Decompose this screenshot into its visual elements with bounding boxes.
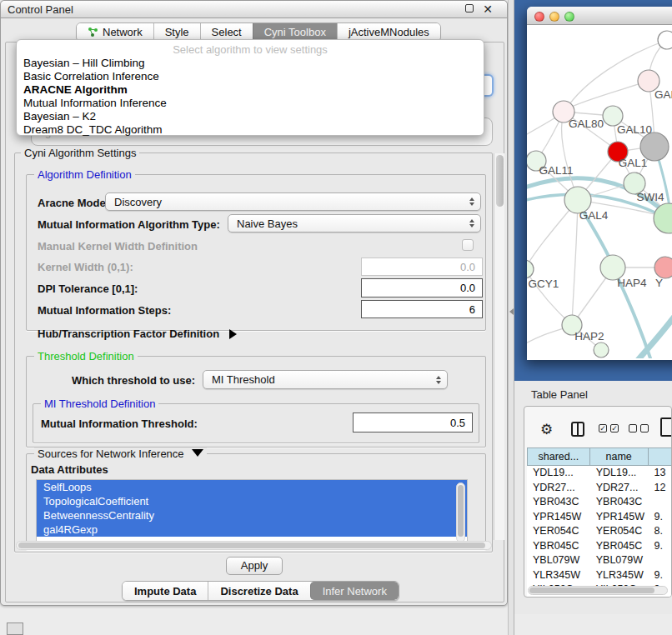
split-columns-icon[interactable] bbox=[571, 422, 584, 437]
table-cell: YBR043C bbox=[527, 495, 590, 510]
dpi-tolerance-field[interactable]: 0.0 bbox=[361, 278, 483, 298]
table-row[interactable]: YER054CYER054C8. bbox=[527, 524, 672, 539]
table-cell bbox=[649, 553, 672, 568]
algorithm-option[interactable]: ARACNE Algorithm bbox=[17, 83, 484, 97]
settings-horizontal-scrollbar[interactable] bbox=[16, 541, 492, 550]
kernel-width-field[interactable]: 0.0 bbox=[361, 258, 483, 276]
table-cell: YBR043C bbox=[590, 495, 649, 510]
algorithm-dropdown-popup: Select algorithm to view settings Bayesi… bbox=[16, 39, 484, 136]
settings-vertical-scrollbar[interactable] bbox=[494, 153, 504, 540]
manual-kernel-checkbox[interactable] bbox=[462, 239, 474, 251]
mac-close-icon[interactable] bbox=[534, 12, 544, 22]
data-attributes-list[interactable]: SelfLoopsTopologicalCoefficientBetweenne… bbox=[36, 479, 468, 549]
tab-network[interactable]: Network bbox=[77, 23, 153, 41]
which-threshold-combo[interactable]: MI Threshold bbox=[203, 370, 448, 389]
panel-splitter[interactable] bbox=[508, 0, 514, 635]
table-cell: 8. bbox=[649, 524, 672, 539]
select-all-icon[interactable]: ✓✓ bbox=[599, 424, 619, 432]
table-panel-title: Table Panel bbox=[531, 388, 588, 401]
gear-icon[interactable]: ⚙ bbox=[540, 421, 553, 438]
table-row[interactable]: YDR27...YDR27...12 bbox=[527, 481, 672, 496]
tab-select[interactable]: Select bbox=[200, 23, 253, 41]
which-threshold-label: Which threshold to use: bbox=[72, 374, 195, 387]
table-panel-body: ⚙ ✓✓ shared...name YDL19...YDL19...13YDR… bbox=[524, 406, 672, 598]
column-header-shared...[interactable]: shared... bbox=[527, 448, 590, 466]
table-cell: 9. bbox=[649, 568, 672, 583]
table-cell: YPR145W bbox=[590, 510, 649, 525]
float-window-icon[interactable] bbox=[465, 4, 474, 12]
mi-threshold-label: Mutual Information Threshold: bbox=[41, 418, 198, 430]
tab-infer-network[interactable]: Infer Network bbox=[310, 582, 399, 600]
network-node-gcy1[interactable] bbox=[527, 260, 534, 278]
mac-minimize-icon[interactable] bbox=[549, 12, 559, 22]
chevron-right-icon bbox=[229, 329, 237, 339]
control-panel-window: Control Panel ✕ NetworkStyleSelectCyni T… bbox=[0, 0, 508, 606]
control-panel-titlebar[interactable]: Control Panel ✕ bbox=[1, 1, 507, 18]
network-node[interactable] bbox=[594, 342, 609, 358]
table-row[interactable]: YBL079WYBL079W bbox=[527, 553, 672, 568]
node-table[interactable]: shared...name YDL19...YDL19...13YDR27...… bbox=[527, 448, 672, 598]
collapse-arrow-icon[interactable] bbox=[509, 308, 514, 315]
table-cell: YPR145W bbox=[527, 510, 590, 525]
mac-zoom-icon[interactable] bbox=[564, 12, 574, 22]
algorithm-option[interactable]: Basic Correlation Inference bbox=[17, 70, 484, 83]
data-attribute-item[interactable]: BetweennessCentrality bbox=[37, 508, 467, 522]
algorithm-dropdown-items: Bayesian – Hill ClimbingBasic Correlatio… bbox=[17, 57, 484, 137]
cyni-settings-group-title: Cyni Algorithm Settings bbox=[21, 147, 139, 159]
data-attribute-item[interactable]: gal4RGexp bbox=[37, 522, 467, 537]
mi-type-combo[interactable]: Naive Bayes bbox=[228, 214, 481, 232]
algorithm-option[interactable]: Bayesian – K2 bbox=[17, 110, 484, 123]
table-row[interactable]: YPR145WYPR145W9. bbox=[527, 510, 672, 525]
collapsed-panel-button[interactable] bbox=[7, 622, 23, 635]
tab-cyni-toolbox[interactable]: Cyni Toolbox bbox=[253, 23, 337, 41]
hub-definition-toggle[interactable]: Hub/Transcription Factor Definition bbox=[38, 328, 237, 340]
network-view-window[interactable]: GALGAL80GAL10GAL1GAL11SWI4GAL4GCY1HAP4YH… bbox=[527, 7, 672, 360]
algorithm-option[interactable]: Dream8 DC_TDC Algorithm bbox=[17, 123, 484, 137]
tab-impute-data[interactable]: Impute Data bbox=[123, 582, 208, 600]
network-window-titlebar[interactable] bbox=[527, 7, 672, 25]
new-table-icon[interactable] bbox=[660, 418, 672, 437]
data-attribute-item[interactable]: TopologicalCoefficient bbox=[37, 494, 467, 508]
network-graph-canvas[interactable]: GALGAL80GAL10GAL1GAL11SWI4GAL4GCY1HAP4YH… bbox=[527, 25, 672, 358]
sources-group-toggle[interactable]: Sources for Network Inference bbox=[34, 448, 207, 460]
table-cell: YBR045C bbox=[590, 539, 649, 554]
table-cell: YDR27... bbox=[590, 481, 649, 496]
table-cell: 12 bbox=[649, 481, 672, 496]
table-row[interactable]: YBR045CYBR045C9. bbox=[527, 539, 672, 554]
table-header-row[interactable]: shared...name bbox=[527, 448, 672, 466]
node-label: Y bbox=[655, 277, 663, 289]
column-header-clipped[interactable] bbox=[649, 448, 672, 466]
list-vertical-scrollbar[interactable] bbox=[456, 482, 465, 542]
column-header-name[interactable]: name bbox=[590, 448, 649, 466]
data-attribute-item[interactable]: SelfLoops bbox=[37, 480, 467, 494]
table-cell: YER054C bbox=[527, 524, 590, 539]
tab-jactivemnodules[interactable]: jActiveMNodules bbox=[337, 23, 440, 41]
network-desktop: GALGAL80GAL10GAL1GAL11SWI4GAL4GCY1HAP4YH… bbox=[514, 0, 672, 381]
table-horizontal-scrollbar[interactable] bbox=[528, 586, 668, 595]
algorithm-option[interactable]: Bayesian – Hill Climbing bbox=[17, 57, 484, 70]
chevron-updown-icon bbox=[469, 198, 474, 206]
mi-type-label: Mutual Information Algorithm Type: bbox=[38, 218, 220, 231]
close-icon[interactable]: ✕ bbox=[482, 3, 494, 15]
apply-button[interactable]: Apply bbox=[226, 557, 283, 575]
tab-discretize-data[interactable]: Discretize Data bbox=[208, 582, 309, 600]
algorithm-option[interactable]: Mutual Information Inference bbox=[17, 97, 484, 110]
table-row[interactable]: YLR345WYLR345W9. bbox=[527, 568, 672, 583]
hub-definition-label: Hub/Transcription Factor Definition bbox=[38, 328, 219, 340]
node-label: GAL10 bbox=[617, 123, 652, 136]
aracne-mode-combo[interactable]: Discovery bbox=[105, 192, 481, 211]
network-node[interactable] bbox=[658, 31, 672, 49]
deselect-all-icon[interactable] bbox=[629, 424, 649, 432]
table-cell: YDR27... bbox=[527, 481, 590, 496]
table-cell: YDL19... bbox=[590, 466, 649, 481]
mi-type-value: Naive Bayes bbox=[237, 218, 298, 230]
node-label: GCY1 bbox=[529, 278, 559, 290]
node-label: GAL bbox=[654, 88, 672, 101]
mi-steps-field[interactable]: 6 bbox=[361, 300, 483, 318]
table-row[interactable]: YDL19...YDL19...13 bbox=[527, 466, 672, 481]
network-node-y[interactable] bbox=[654, 257, 672, 278]
table-row[interactable]: YBR043CYBR043C bbox=[527, 495, 672, 510]
tab-style[interactable]: Style bbox=[153, 23, 200, 41]
sources-group-title: Sources for Network Inference bbox=[38, 448, 184, 460]
mi-threshold-field[interactable]: 0.5 bbox=[353, 412, 473, 432]
